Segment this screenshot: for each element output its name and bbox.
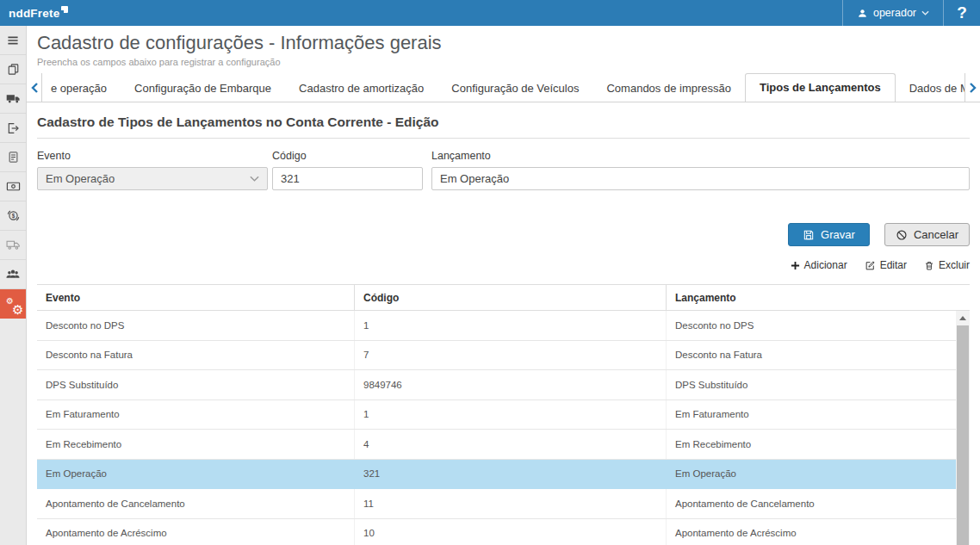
table-cell: Apontamento de Cancelamento <box>666 489 970 518</box>
table-cell: 321 <box>354 460 666 489</box>
tab-tipos-lancamentos[interactable]: Tipos de Lançamentos <box>745 73 896 102</box>
sidebar-item-users[interactable] <box>0 260 26 289</box>
table-rows: Desconto no DPS1Desconto no DPSDesconto … <box>37 311 970 545</box>
content: Cadastro de Tipos de Lançamentos no Cont… <box>27 115 980 545</box>
table: Evento Código Lançamento Desconto no DPS… <box>37 284 970 545</box>
export-icon <box>6 121 20 135</box>
document-icon <box>7 151 20 164</box>
topbar: nddFrete operador ? <box>0 0 980 26</box>
column-header-evento[interactable]: Evento <box>37 285 354 310</box>
table-cell: Em Operação <box>37 460 354 489</box>
copy-icon <box>7 63 20 76</box>
brand-mark-icon <box>61 6 68 13</box>
sidebar-item-menu[interactable] <box>0 26 26 55</box>
table-row[interactable]: Apontamento de Acréscimo10Apontamento de… <box>37 519 970 545</box>
table-cell: 11 <box>354 489 666 518</box>
table-row[interactable]: Apontamento de Cancelamento11Apontamento… <box>37 489 970 519</box>
table-cell: Em Operação <box>666 460 970 489</box>
table-row[interactable]: Em Faturamento1Em Faturamento <box>37 400 970 430</box>
table-row[interactable]: DPS Substituído9849746DPS Substituído <box>37 370 970 400</box>
table-cell: Desconto na Fatura <box>37 341 354 370</box>
sidebar-item-delivery[interactable] <box>0 231 26 260</box>
edit-link-label: Editar <box>880 259 907 271</box>
table-header: Evento Código Lançamento <box>37 285 970 311</box>
menu-icon <box>6 34 20 47</box>
tabs-container: e operaçãoConfiguração de EmbarqueCadast… <box>42 73 964 102</box>
codigo-label: Código <box>272 150 423 162</box>
scroll-up-arrow-icon <box>959 316 966 320</box>
delete-link-label: Excluir <box>939 259 970 271</box>
trash-icon <box>924 260 934 271</box>
chevron-down-icon <box>250 176 259 182</box>
page-title: Cadastro de configurações - Informações … <box>37 31 980 55</box>
table-cell: Desconto na Fatura <box>666 341 970 370</box>
table-cell: Apontamento de Acréscimo <box>37 519 354 545</box>
truck-icon <box>6 91 21 106</box>
tab-scroll-right-button[interactable] <box>964 73 980 102</box>
section-title: Cadastro de Tipos de Lançamentos no Cont… <box>37 115 970 139</box>
help-button[interactable]: ? <box>944 0 980 26</box>
table-cell: 1 <box>354 311 666 340</box>
table-cell: Apontamento de Acréscimo <box>666 519 970 545</box>
scrollbar-thumb[interactable] <box>957 325 969 545</box>
sidebar-item-documents[interactable] <box>0 55 26 84</box>
tab-operacao[interactable]: e operação <box>42 74 121 102</box>
money-icon <box>6 179 21 194</box>
button-row: Gravar Cancelar <box>37 223 970 246</box>
chevron-right-icon <box>970 83 977 93</box>
save-button[interactable]: Gravar <box>788 223 870 246</box>
table-cell: 4 <box>354 430 666 459</box>
user-name: operador <box>873 7 916 19</box>
codigo-input[interactable] <box>272 167 423 190</box>
sidebar-item-export[interactable] <box>0 114 26 143</box>
table-cell: 10 <box>354 519 666 545</box>
action-links: Adicionar Editar Excluir <box>37 259 970 271</box>
column-header-codigo[interactable]: Código <box>354 285 666 310</box>
column-header-lancamento[interactable]: Lançamento <box>666 285 970 310</box>
cancel-button-label: Cancelar <box>914 228 958 241</box>
add-link[interactable]: Adicionar <box>791 259 847 271</box>
lancamento-input[interactable] <box>431 167 970 190</box>
scroll-up-button[interactable] <box>956 311 970 325</box>
tab-configuracao-veiculos[interactable]: Configuração de Veículos <box>437 74 592 102</box>
table-cell: Apontamento de Cancelamento <box>37 489 354 518</box>
user-icon <box>857 8 868 19</box>
delete-link[interactable]: Excluir <box>924 259 970 271</box>
evento-select[interactable]: Em Operação <box>37 167 268 190</box>
table-row[interactable]: Em Operação321Em Operação <box>37 460 970 490</box>
brand-text: nddFrete <box>9 7 59 20</box>
table-row[interactable]: Desconto no DPS1Desconto no DPS <box>37 311 970 341</box>
sidebar-item-money[interactable] <box>0 172 26 201</box>
table-cell: Desconto no DPS <box>666 311 970 340</box>
edit-link[interactable]: Editar <box>865 259 907 271</box>
tab-dados-mapeamento[interactable]: Dados de Mapeamento <box>896 74 964 102</box>
sidebar-item-currency[interactable]: $ <box>0 201 26 231</box>
currency-refresh-icon: $ <box>6 208 21 223</box>
table-row[interactable]: Em Recebimento4Em Recebimento <box>37 430 970 460</box>
sidebar-item-document[interactable] <box>0 143 26 172</box>
table-cell: Em Recebimento <box>37 430 354 459</box>
table-body: Desconto no DPS1Desconto no DPSDesconto … <box>37 311 970 545</box>
table-cell: 9849746 <box>354 370 666 399</box>
table-scrollbar[interactable] <box>956 311 970 545</box>
svg-text:$: $ <box>11 213 15 220</box>
delivery-truck-icon <box>6 238 21 252</box>
table-row[interactable]: Desconto na Fatura7Desconto na Fatura <box>37 341 970 371</box>
sidebar-item-truck[interactable] <box>0 84 26 114</box>
add-link-label: Adicionar <box>804 259 847 271</box>
tab-scroll-left-button[interactable] <box>27 73 42 102</box>
chevron-left-icon <box>31 83 38 93</box>
tab-cadastro-amortizacao[interactable]: Cadastro de amortização <box>285 74 437 102</box>
user-menu[interactable]: operador <box>842 0 944 26</box>
table-cell: Desconto no DPS <box>37 311 354 340</box>
tab-configuracao-embarque[interactable]: Configuração de Embarque <box>121 74 285 102</box>
sidebar-item-settings[interactable]: ⚙⚙ <box>0 289 26 319</box>
save-button-label: Gravar <box>821 228 855 241</box>
page-subtitle: Preencha os campos abaixo para registrar… <box>37 57 980 67</box>
cancel-button[interactable]: Cancelar <box>884 223 970 246</box>
users-icon <box>5 267 21 282</box>
main-area: Cadastro de configurações - Informações … <box>27 26 980 545</box>
tab-bar: e operaçãoConfiguração de EmbarqueCadast… <box>27 73 980 102</box>
tab-comandos-impressao[interactable]: Comandos de impressão <box>592 74 745 102</box>
table-cell: DPS Substituído <box>37 370 354 399</box>
